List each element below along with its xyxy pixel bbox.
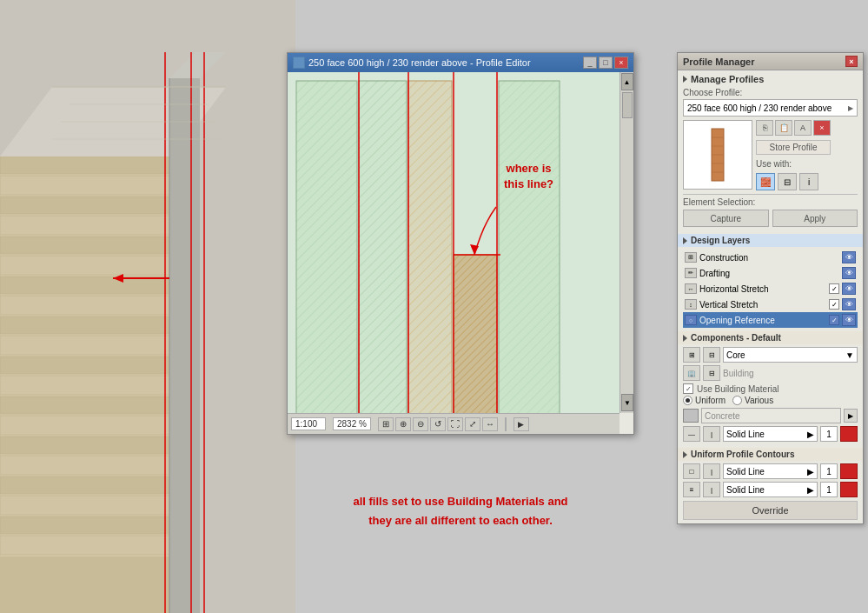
building-icon: 🏢 [683, 365, 700, 381]
building-row: 🏢 ⊟ Building [683, 365, 858, 381]
opening-ref-check[interactable]: ✓ [829, 315, 839, 325]
bottom-text-line2: they are all different to each other. [368, 514, 553, 527]
construction-layer-icon: ⊞ [685, 252, 697, 263]
vertical-scrollbar[interactable]: ▲ ▼ [620, 72, 633, 413]
line-type-dropdown[interactable]: Solid Line ▶ [723, 426, 818, 442]
capture-button[interactable]: Capture [683, 210, 769, 227]
profile-dropdown-value: 250 face 600 high / 230 render above [687, 103, 832, 113]
svg-rect-6 [0, 237, 174, 254]
collapse-triangle[interactable] [683, 76, 687, 83]
contour-arrow-1: ▶ [807, 467, 814, 476]
components-header: Components - Default [678, 331, 863, 344]
svg-rect-2 [0, 157, 174, 174]
scrollbar-h[interactable] [505, 417, 507, 431]
uniform-radio-option[interactable]: Uniform [683, 396, 726, 405]
contour-line-value-1: Solid Line [726, 467, 765, 476]
line-type-row: — | Solid Line ▶ 1 [683, 426, 858, 442]
profile-dropdown[interactable]: 250 face 600 high / 230 render above ▶ [683, 99, 858, 117]
contour-icon-4: | [703, 482, 720, 497]
components-collapse-icon[interactable] [683, 335, 687, 342]
layer-construction[interactable]: ⊞ Construction 👁 [683, 250, 858, 265]
svg-rect-12 [0, 356, 174, 374]
contour-icon-1: □ [683, 463, 700, 479]
tool-row-1: ⎘ 📋 A × [756, 120, 831, 136]
profile-manager-titlebar: Profile Manager × [678, 53, 863, 70]
v-stretch-check[interactable]: ✓ [829, 299, 839, 310]
line-color-swatch[interactable] [840, 426, 858, 442]
copy-tool-button[interactable]: ⎘ [756, 120, 773, 136]
comp-icon-2: ⊟ [703, 347, 720, 363]
layer-horizontal-stretch[interactable]: ↔ Horizontal Stretch ✓ 👁 [683, 281, 858, 297]
use-slab-icon[interactable]: ⊟ [778, 173, 797, 190]
uniform-radio[interactable] [683, 396, 692, 405]
toolbar-btn-7[interactable]: ↔ [482, 417, 498, 431]
annotation-where-line: where isthis line? [504, 161, 553, 192]
opening-ref-eye-icon[interactable]: 👁 [842, 314, 856, 326]
v-stretch-eye-icon[interactable]: 👁 [842, 298, 856, 310]
layer-vertical-stretch[interactable]: ↕ Vertical Stretch ✓ 👁 [683, 297, 858, 312]
minimize-button[interactable]: _ [583, 57, 597, 69]
design-layers-label: Design Layers [691, 236, 750, 245]
drafting-layer-name: Drafting [699, 269, 839, 278]
toolbar-btn-6[interactable]: ⤢ [465, 417, 480, 431]
layers-collapse-icon[interactable] [683, 237, 687, 244]
scroll-right[interactable]: ▶ [514, 417, 529, 431]
maximize-button[interactable]: □ [599, 57, 613, 69]
layer-drafting[interactable]: ✏ Drafting 👁 [683, 265, 858, 281]
toolbar-btn-4[interactable]: ↺ [430, 417, 446, 431]
profile-canvas[interactable] [288, 72, 620, 413]
dropdown-arrow-icon: ▶ [848, 104, 853, 112]
contour-line-num-1[interactable]: 1 [820, 463, 838, 479]
profile-editor-window: 250 face 600 high / 230 render above - P… [287, 52, 634, 435]
capture-apply-row: Capture Apply [683, 210, 858, 227]
svg-rect-14 [0, 396, 174, 414]
svg-rect-5 [0, 216, 174, 235]
use-wall-icon[interactable]: 🧱 [756, 173, 775, 190]
svg-rect-10 [0, 316, 174, 334]
various-radio[interactable] [732, 396, 742, 405]
paste-tool-button[interactable]: 📋 [775, 120, 792, 136]
use-other-icon[interactable]: i [799, 173, 818, 190]
material-options-button[interactable]: ▶ [844, 409, 858, 423]
choose-profile-label: Choose Profile: [683, 88, 858, 97]
line-dropdown-arrow: ▶ [807, 430, 814, 439]
contour-line-dropdown-2[interactable]: Solid Line ▶ [723, 482, 818, 497]
profile-editor-title: 250 face 600 high / 230 render above - P… [308, 57, 531, 68]
delete-tool-button[interactable]: × [813, 120, 831, 136]
core-dropdown[interactable]: Core ▼ [723, 347, 858, 363]
various-radio-option[interactable]: Various [732, 396, 773, 405]
drafting-eye-icon[interactable]: 👁 [842, 267, 856, 279]
where-line-text: where isthis line? [504, 162, 553, 190]
h-stretch-eye-icon[interactable]: 👁 [842, 283, 856, 295]
uniform-profile-header: Uniform Profile Contours [678, 448, 863, 461]
h-stretch-layer-icon: ↔ [685, 283, 697, 294]
toolbar-btn-3[interactable]: ⊖ [413, 417, 428, 431]
opening-ref-layer-name: Opening Reference [699, 316, 826, 325]
toolbar-btn-2[interactable]: ⊕ [395, 417, 411, 431]
text-tool-button[interactable]: A [794, 120, 812, 136]
use-building-material-row: ✓ Use Building Material [683, 383, 858, 394]
toolbar-btn-5[interactable]: ⛶ [447, 417, 463, 431]
toolbar-btn-1[interactable]: ⊞ [378, 417, 394, 431]
svg-rect-48 [454, 255, 497, 413]
construction-eye-icon[interactable]: 👁 [842, 251, 856, 263]
line-weight-field[interactable]: 1 [820, 426, 838, 442]
manage-profiles-header: Manage Profiles [683, 74, 858, 84]
contour-line-dropdown-1[interactable]: Solid Line ▶ [723, 463, 818, 479]
close-button[interactable]: × [614, 57, 628, 69]
h-stretch-check[interactable]: ✓ [829, 283, 839, 294]
manage-profiles-section: Manage Profiles Choose Profile: 250 face… [678, 70, 863, 234]
store-profile-button[interactable]: Store Profile [756, 140, 831, 155]
svg-rect-11 [0, 336, 174, 355]
contour-color-2[interactable] [840, 482, 858, 497]
layer-opening-reference[interactable]: ○ Opening Reference ✓ 👁 [683, 312, 858, 328]
pm-close-button[interactable]: × [845, 56, 858, 67]
contour-line-num-2[interactable]: 1 [820, 482, 838, 497]
override-button[interactable]: Override [683, 501, 858, 520]
apply-button[interactable]: Apply [772, 210, 858, 227]
contour-color-1[interactable] [840, 463, 858, 479]
manage-profiles-label: Manage Profiles [691, 74, 764, 84]
h-stretch-layer-name: Horizontal Stretch [699, 284, 826, 294]
uniform-collapse-icon[interactable] [683, 451, 687, 458]
use-building-checkbox[interactable]: ✓ [683, 383, 693, 394]
